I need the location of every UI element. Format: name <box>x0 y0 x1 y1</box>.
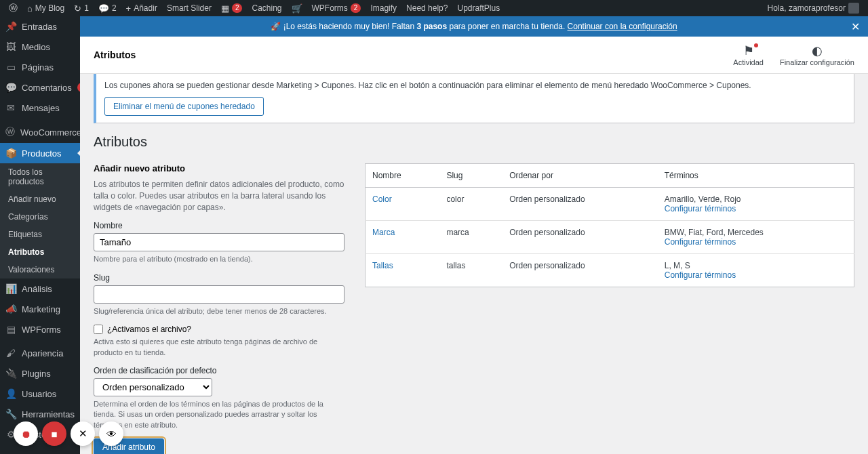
updraft-link[interactable]: UpdraftPlus <box>454 0 503 16</box>
megaphone-icon: 📣 <box>5 304 16 314</box>
smartslider-link[interactable]: Smart Slider <box>163 0 215 16</box>
add-new-link[interactable]: +Añadir <box>123 0 161 16</box>
account-link[interactable]: Hola, zamoraprofesor <box>764 0 863 16</box>
add-attribute-form: Añadir nuevo atributo Los atributos te p… <box>94 163 344 454</box>
coupons-notice: Los cupones ahora se pueden gestionar de… <box>94 74 854 123</box>
th-nombre[interactable]: Nombre <box>366 164 440 188</box>
attr-slug: color <box>439 188 502 221</box>
attr-slug: marca <box>439 221 502 254</box>
orden-select[interactable]: Orden personalizado <box>94 378 212 396</box>
form-intro: Los atributos te permiten definir datos … <box>94 179 344 213</box>
banner-link[interactable]: Continuar con la configuración <box>568 22 677 31</box>
site-link[interactable]: ⌂My Blog <box>24 0 68 16</box>
woo-icon: ⓦ <box>5 126 15 138</box>
remove-legacy-coupons-button[interactable]: Eliminar el menú de cupones heredado <box>104 97 264 116</box>
attributes-table: Nombre Slug Ordenar por Términos Color c… <box>365 163 854 287</box>
user-icon: 👤 <box>5 388 16 399</box>
table-row: Color color Orden personalizado Amarillo… <box>366 188 854 221</box>
menu-medios[interactable]: 🖼Medios <box>0 37 80 57</box>
menu-woocommerce[interactable]: ⓦWooCommerce <box>0 121 80 143</box>
admin-bar: ⓦ ⌂My Blog ↻1 💬2 +Añadir Smart Slider ▦2… <box>0 0 868 16</box>
menu-entradas[interactable]: 📌Entradas <box>0 16 80 37</box>
comments-link[interactable]: 💬2 <box>95 0 120 16</box>
slug-input[interactable] <box>94 285 344 304</box>
attr-order: Orden personalizado <box>502 254 658 287</box>
cart-bar-link[interactable]: 🛒 <box>288 0 306 16</box>
close-icon[interactable]: ✕ <box>851 20 860 33</box>
submenu-todos[interactable]: Todos los productos <box>0 163 80 190</box>
attr-terms: Amarillo, Verde, Rojo <box>665 194 741 204</box>
recorder-toolbar: ⏺ ■ ✕ 👁 <box>14 421 123 446</box>
menu-analisis[interactable]: 📊Análisis <box>0 278 80 299</box>
submenu-etiquetas[interactable]: Etiquetas <box>0 226 80 243</box>
wp-logo[interactable]: ⓦ <box>5 0 21 16</box>
menu-wpforms[interactable]: ▤WPForms <box>0 319 80 339</box>
comment-icon: 💬 <box>5 82 16 93</box>
configure-terms-link[interactable]: Configurar términos <box>665 270 736 280</box>
notification-dot <box>754 43 758 47</box>
page-title: Atributos <box>94 134 854 150</box>
wordpress-icon: ⓦ <box>9 2 18 14</box>
banner-text: 🚀 ¡Lo estás haciendo muy bien! Faltan 3 … <box>271 22 677 31</box>
menu-usuarios[interactable]: 👤Usuarios <box>0 384 80 404</box>
menu-paginas[interactable]: ▭Páginas <box>0 57 80 77</box>
th-ordenar[interactable]: Ordenar por <box>502 164 658 188</box>
yoast-bar-link[interactable]: ▦2 <box>218 0 246 16</box>
menu-mensajes[interactable]: ✉Mensajes <box>0 98 80 118</box>
orden-help: Determina el orden de los términos en la… <box>94 399 344 430</box>
home-icon: ⌂ <box>27 3 33 14</box>
th-slug[interactable]: Slug <box>439 164 502 188</box>
plus-icon: + <box>126 3 132 14</box>
submenu-valoraciones[interactable]: Valoraciones <box>0 261 80 278</box>
stop-button[interactable]: ■ <box>42 421 66 446</box>
header-title: Atributos <box>94 49 136 60</box>
yoast-icon: ▦ <box>221 3 229 14</box>
attr-order: Orden personalizado <box>502 221 658 254</box>
imagify-link[interactable]: Imagify <box>367 0 400 16</box>
form-icon: ▤ <box>5 324 16 335</box>
form-heading: Añadir nuevo atributo <box>94 163 344 173</box>
th-terminos[interactable]: Términos <box>658 164 854 188</box>
wpforms-bar-link[interactable]: WPForms2 <box>309 0 365 16</box>
submenu-productos: Todos los productos Añadir nuevo Categor… <box>0 163 80 278</box>
menu-yoast[interactable]: ▦Yoast SEO2 <box>0 448 80 454</box>
attr-name-link[interactable]: Color <box>372 194 392 204</box>
submenu-anadir[interactable]: Añadir nuevo <box>0 190 80 208</box>
refresh-icon: ↻ <box>74 3 81 14</box>
menu-comentarios[interactable]: 💬Comentarios2 <box>0 77 80 98</box>
activity-button[interactable]: ⚑ Actividad <box>733 43 764 66</box>
submenu-categorias[interactable]: Categorías <box>0 208 80 226</box>
avatar <box>848 3 859 14</box>
menu-apariencia[interactable]: 🖌Apariencia <box>0 343 80 363</box>
record-icon-button[interactable]: ⏺ <box>14 421 38 446</box>
package-icon: 📦 <box>5 148 16 159</box>
menu-productos[interactable]: 📦Productos <box>0 143 80 163</box>
admin-sidebar: 📌Entradas 🖼Medios ▭Páginas 💬Comentarios2… <box>0 16 80 454</box>
attr-terms: L, M, S <box>665 261 690 270</box>
updates-link[interactable]: ↻1 <box>71 0 92 16</box>
brush-icon: 🖌 <box>5 348 16 358</box>
flag-icon: ⚑ <box>743 43 754 58</box>
finish-setup-button[interactable]: ◐ Finalizar configuración <box>780 43 854 66</box>
visibility-button[interactable]: 👁 <box>99 421 123 446</box>
pin-icon: 📌 <box>5 21 16 32</box>
slug-help: Slug/referencia única del atributo; debe… <box>94 306 344 316</box>
orden-label: Orden de clasificación por defecto <box>94 366 344 375</box>
mail-icon: ✉ <box>5 102 16 113</box>
menu-marketing[interactable]: 📣Marketing <box>0 299 80 319</box>
configure-terms-link[interactable]: Configurar términos <box>665 204 736 213</box>
page-icon: ▭ <box>5 62 16 73</box>
attr-terms: BMW, Fiat, Ford, Mercedes <box>665 228 764 237</box>
chart-icon: 📊 <box>5 283 16 294</box>
cancel-button[interactable]: ✕ <box>71 421 95 446</box>
attr-name-link[interactable]: Marca <box>372 228 395 237</box>
submenu-atributos[interactable]: Atributos <box>0 243 80 261</box>
menu-plugins[interactable]: 🔌Plugins <box>0 363 80 384</box>
configure-terms-link[interactable]: Configurar términos <box>665 237 736 247</box>
attr-name-link[interactable]: Tallas <box>372 261 393 270</box>
site-name: My Blog <box>35 3 64 13</box>
help-link[interactable]: Need help? <box>403 0 451 16</box>
caching-link[interactable]: Caching <box>248 0 285 16</box>
archive-checkbox[interactable] <box>94 325 103 334</box>
nombre-input[interactable] <box>94 233 344 251</box>
